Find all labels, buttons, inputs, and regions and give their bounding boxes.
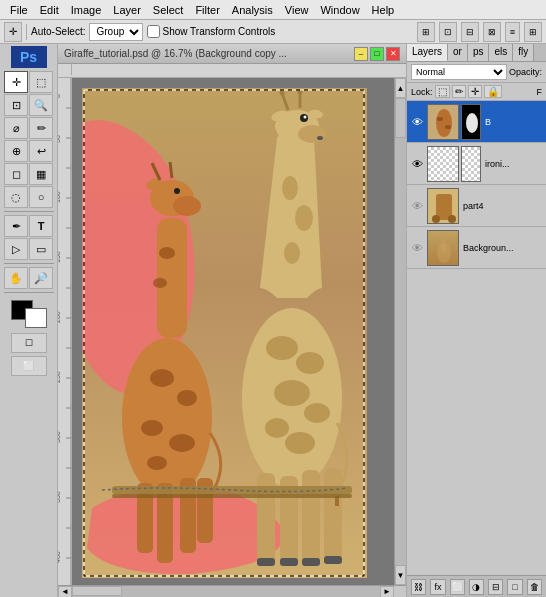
doc-window-buttons: – □ ✕	[354, 47, 400, 61]
tool-separator-1	[4, 211, 54, 212]
menu-edit[interactable]: Edit	[34, 2, 65, 18]
tool-lasso[interactable]: ⬚	[29, 71, 53, 93]
menu-bar: File Edit Image Layer Select Filter Anal…	[0, 0, 546, 20]
svg-text:100: 100	[58, 191, 61, 203]
tool-separator-3	[4, 292, 54, 293]
align-btn5[interactable]: ≡	[505, 22, 520, 42]
layer-mask-btn[interactable]: ⬜	[450, 579, 465, 595]
layer-item-4[interactable]: 👁 Backgro	[407, 227, 546, 269]
layer-style-btn[interactable]: fx	[430, 579, 445, 595]
color-boxes	[11, 300, 47, 328]
layer-thumb-svg-3	[428, 189, 459, 224]
tool-brush[interactable]: ✏	[29, 117, 53, 139]
align-btn4[interactable]: ⊠	[483, 22, 501, 42]
lock-paint-icon[interactable]: ✏	[452, 85, 466, 98]
align-btn6[interactable]: ⊞	[524, 22, 542, 42]
menu-help[interactable]: Help	[366, 2, 401, 18]
link-layers-btn[interactable]: ⛓	[411, 579, 426, 595]
align-btn2[interactable]: ⊡	[439, 22, 457, 42]
layer-thumb-3	[427, 188, 459, 224]
tool-shape[interactable]: ▭	[29, 238, 53, 260]
align-btn1[interactable]: ⊞	[417, 22, 435, 42]
new-group-btn[interactable]: ⊟	[488, 579, 503, 595]
menu-image[interactable]: Image	[65, 2, 108, 18]
quick-mask-btn[interactable]: ☐	[11, 333, 47, 353]
lock-pixels-icon[interactable]: ⬚	[435, 85, 450, 98]
tool-pen[interactable]: ✒	[4, 215, 28, 237]
tool-gradient[interactable]: ▦	[29, 163, 53, 185]
layer-item-3[interactable]: 👁 part4	[407, 185, 546, 227]
layer-name-3: part4	[461, 201, 544, 211]
lock-move-icon[interactable]: ✛	[468, 85, 482, 98]
menu-select[interactable]: Select	[147, 2, 190, 18]
scroll-up-btn[interactable]: ▲	[395, 78, 406, 98]
tab-fly[interactable]: fly	[513, 44, 534, 61]
layer-visibility-3[interactable]: 👁	[409, 198, 425, 214]
layer-item-2[interactable]: 👁 ironi...	[407, 143, 546, 185]
new-layer-btn[interactable]: □	[507, 579, 522, 595]
maximize-btn[interactable]: □	[370, 47, 384, 61]
menu-layer[interactable]: Layer	[107, 2, 147, 18]
close-btn[interactable]: ✕	[386, 47, 400, 61]
tab-ps[interactable]: ps	[468, 44, 490, 61]
minimize-btn[interactable]: –	[354, 47, 368, 61]
svg-point-103	[466, 113, 478, 133]
svg-text:300: 300	[58, 431, 61, 443]
auto-select-label: Auto-Select:	[31, 26, 85, 37]
tool-history[interactable]: ↩	[29, 140, 53, 162]
menu-filter[interactable]: Filter	[189, 2, 225, 18]
tab-els[interactable]: els	[489, 44, 513, 61]
menu-file[interactable]: File	[4, 2, 34, 18]
tool-move[interactable]: ✛	[4, 71, 28, 93]
menu-view[interactable]: View	[279, 2, 315, 18]
show-transform-label[interactable]: Show Transform Controls	[147, 25, 275, 38]
lock-all-icon[interactable]: 🔒	[484, 85, 502, 98]
menu-window[interactable]: Window	[314, 2, 365, 18]
layer-visibility-4[interactable]: 👁	[409, 240, 425, 256]
tool-row-5: ◻ ▦	[4, 163, 53, 185]
tool-crop[interactable]: ⊡	[4, 94, 28, 116]
toolbar: ✛ Auto-Select: Group Layer Show Transfor…	[0, 20, 546, 44]
tool-row-1: ✛ ⬚	[4, 71, 53, 93]
scroll-right-btn[interactable]: ►	[380, 586, 394, 598]
svg-text:400: 400	[58, 551, 61, 563]
move-tool-btn[interactable]: ✛	[4, 22, 22, 42]
svg-text:50: 50	[58, 135, 61, 143]
scroll-thumb[interactable]	[395, 98, 406, 138]
layer-item-1[interactable]: 👁	[407, 101, 546, 143]
align-btn3[interactable]: ⊟	[461, 22, 479, 42]
tool-path[interactable]: ▷	[4, 238, 28, 260]
layer-thumb-svg-4	[428, 231, 459, 266]
scroll-down-btn[interactable]: ▼	[395, 565, 406, 585]
blend-mode-select[interactable]: Normal Multiply Screen Overlay	[411, 64, 507, 80]
delete-layer-btn[interactable]: 🗑	[527, 579, 542, 595]
tool-clone[interactable]: ⊕	[4, 140, 28, 162]
tool-dodge[interactable]: ○	[29, 186, 53, 208]
auto-select-dropdown[interactable]: Group Layer	[89, 23, 143, 41]
adjustment-btn[interactable]: ◑	[469, 579, 484, 595]
canvas-viewport[interactable]	[72, 78, 394, 585]
tab-layers[interactable]: Layers	[407, 44, 448, 61]
screen-mode-btn[interactable]: ⬜	[11, 356, 47, 376]
canvas-scroll-area: 0 50 100 150 200 250 300	[58, 64, 406, 597]
layers-list: 👁	[407, 101, 546, 575]
svg-text:350: 350	[58, 491, 61, 503]
tool-eraser[interactable]: ◻	[4, 163, 28, 185]
tool-text[interactable]: T	[29, 215, 53, 237]
layer-visibility-2[interactable]: 👁	[409, 156, 425, 172]
scroll-thumb-h[interactable]	[72, 586, 122, 596]
tool-row-9: ✋ 🔎	[4, 267, 53, 289]
scrollbar-right[interactable]: ▲ ▼	[394, 78, 406, 585]
background-color[interactable]	[25, 308, 47, 328]
tool-heal[interactable]: ⌀	[4, 117, 28, 139]
tool-eyedrop[interactable]: 🔍	[29, 94, 53, 116]
layer-visibility-1[interactable]: 👁	[409, 114, 425, 130]
tool-zoom[interactable]: 🔎	[29, 267, 53, 289]
tab-or[interactable]: or	[448, 44, 468, 61]
tool-row-4: ⊕ ↩	[4, 140, 53, 162]
scroll-left-btn[interactable]: ◄	[58, 586, 72, 598]
tool-hand[interactable]: ✋	[4, 267, 28, 289]
tool-blur[interactable]: ◌	[4, 186, 28, 208]
show-transform-checkbox[interactable]	[147, 25, 160, 38]
menu-analysis[interactable]: Analysis	[226, 2, 279, 18]
